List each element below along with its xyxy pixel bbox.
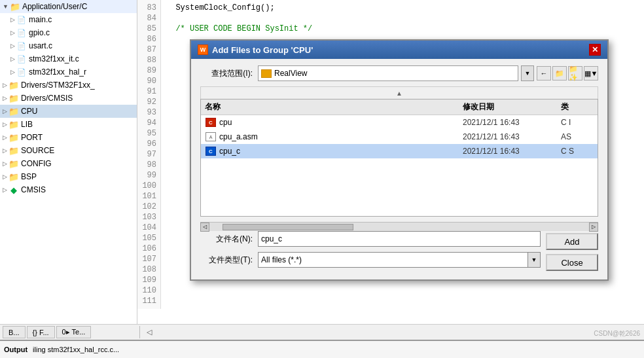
bottom-inputs: 文件名(N): 文件类型(T): ▼	[200, 231, 541, 273]
folder-icon: 📁	[9, 106, 19, 116]
sidebar-item-source[interactable]: ▷ 📁 SOURCE	[0, 144, 137, 157]
file-name-cpu-asm: cpu_a.asm	[219, 132, 463, 141]
file-date-cpu-c: 2021/12/1 16:43	[463, 147, 561, 156]
dialog-body: 查找范围(I): RealView ▼ ← 📁 📁✨ ▦▼	[191, 59, 607, 279]
expand-icon: ▷	[3, 82, 7, 88]
sidebar-item-label: CONFIG	[21, 159, 52, 168]
line-numbers: 83 84 85 86 87 88 89 90 91 92 93 94 95 9…	[137, 0, 161, 309]
expand-icon: ▷	[10, 56, 15, 62]
sidebar-item-label: CPU	[21, 107, 37, 116]
c-blue-icon: C	[206, 147, 216, 156]
sidebar-item-label: SOURCE	[21, 146, 54, 155]
expand-icon: ▷	[10, 16, 15, 23]
file-icon: 📄	[16, 14, 27, 25]
file-item-cpu-c[interactable]: C cpu_c 2021/12/1 16:43 C S	[201, 144, 598, 158]
sidebar-item-label: usart.c	[29, 41, 52, 50]
sidebar-item-bsp[interactable]: ▷ 📁 BSP	[0, 170, 137, 183]
sidebar-item-config[interactable]: ▷ 📁 CONFIG	[0, 157, 137, 170]
sidebar-item-port[interactable]: ▷ 📁 PORT	[0, 131, 137, 144]
filename-input[interactable]	[258, 231, 541, 247]
sidebar-item-label: gpio.c	[29, 28, 50, 37]
folder-icon: 📁	[10, 1, 20, 12]
expand-icon: ▷	[3, 121, 7, 128]
folder-dropdown-button[interactable]: ▼	[521, 65, 534, 81]
file-item-cpu[interactable]: C cpu 2021/12/1 16:43 C I	[201, 115, 598, 130]
file-type-cpu-c: C S	[561, 147, 594, 156]
tab-template[interactable]: 0▸ Te...	[56, 326, 92, 338]
expand-icon: ▷	[3, 187, 7, 193]
expand-icon: ▷	[3, 134, 7, 141]
sidebar-item-cmsis[interactable]: ▷ ◆ CMSIS	[0, 183, 137, 196]
search-row: 查找范围(I): RealView ▼ ← 📁 📁✨ ▦▼	[200, 65, 598, 81]
dialog-titlebar: W Add Files to Group 'CPU' ✕	[191, 41, 607, 59]
scroll-left-button[interactable]: ◁	[200, 223, 209, 232]
sidebar-item-application[interactable]: ▼ 📁 Application/User/C	[0, 0, 137, 13]
dialog-title-left: W Add Files to Group 'CPU'	[198, 45, 313, 55]
sidebar-item-label: stm32f1xx_hal_r	[29, 67, 86, 77]
filename-row: 文件名(N):	[200, 231, 541, 247]
tab-func[interactable]: {} F...	[27, 326, 55, 338]
sidebar-item-lib[interactable]: ▷ 📁 LIB	[0, 118, 137, 131]
file-type-cpu: C I	[561, 118, 594, 127]
file-icon-cpu-asm: A	[205, 132, 217, 142]
up-folder-button[interactable]: 📁	[552, 66, 567, 81]
filetype-input[interactable]	[258, 252, 528, 268]
filetype-dropdown-button[interactable]: ▼	[528, 252, 541, 268]
sidebar-item-stm32it[interactable]: ▷ 📄 stm32f1xx_it.c	[0, 52, 137, 65]
file-icon-cpu-c: C	[205, 146, 217, 156]
back-button[interactable]: ←	[537, 66, 551, 81]
scroll-up-arrow[interactable]: ▲	[396, 90, 402, 97]
file-list-header: 名称 修改日期 类	[201, 99, 598, 115]
sidebar-item-cpu[interactable]: ▷ 📁 CPU	[0, 105, 137, 118]
scroll-right-button[interactable]: ▷	[589, 223, 598, 232]
sidebar-item-gpio[interactable]: ▷ 📄 gpio.c	[0, 26, 137, 39]
new-folder-button[interactable]: 📁✨	[568, 66, 582, 81]
sidebar-item-label: stm32f1xx_it.c	[29, 54, 79, 63]
expand-icon: ▷	[10, 43, 15, 49]
expand-icon: ▷	[10, 69, 15, 75]
folder-icon: 📁	[9, 93, 19, 103]
asm-icon: A	[206, 132, 216, 141]
output-label: Output	[4, 346, 27, 353]
view-button[interactable]: ▦▼	[584, 66, 598, 81]
dialog-title: Add Files to Group 'CPU'	[212, 45, 313, 55]
tab-label: {} F...	[33, 329, 49, 336]
tab-label: 0▸ Te...	[62, 328, 86, 336]
editor-scroll-indicator: ◁	[147, 328, 152, 336]
sidebar-item-label: Drivers/CMSIS	[21, 94, 73, 103]
sidebar-item-stm32hal[interactable]: ▷ 📄 stm32f1xx_hal_r	[0, 65, 137, 79]
col-type-header: 类	[561, 101, 594, 113]
file-type-cpu-asm: AS	[561, 132, 594, 141]
sidebar-item-label: Application/User/C	[22, 2, 87, 11]
scrollbar-thumb[interactable]	[223, 224, 353, 230]
project-tree: ▼ 📁 Application/User/C ▷ 📄 main.c ▷ 📄 gp…	[0, 0, 137, 324]
folder-path-box: RealView	[258, 65, 518, 81]
sidebar-item-label: LIB	[21, 120, 33, 129]
sidebar-item-drivers-cmsis[interactable]: ▷ 📁 Drivers/CMSIS	[0, 92, 137, 105]
dialog-close-button[interactable]: ✕	[589, 44, 601, 56]
add-button[interactable]: Add	[546, 233, 598, 250]
expand-icon: ▷	[10, 29, 15, 36]
sidebar-item-label: CMSIS	[21, 185, 46, 194]
tab-label: B...	[9, 329, 20, 336]
filetype-select-row: ▼	[258, 252, 541, 268]
horizontal-scrollbar: ◁ ▷	[200, 222, 598, 231]
file-date-cpu: 2021/12/1 16:43	[463, 118, 561, 127]
expand-icon: ▷	[3, 173, 7, 180]
file-icon: 📄	[16, 27, 27, 38]
file-list[interactable]: 名称 修改日期 类 C cpu 2021/12/1 16:43 C I	[200, 99, 598, 217]
bottom-tab-bar: B... {} F... 0▸ Te... ◁	[0, 324, 644, 340]
filetype-row: 文件类型(T): ▼	[200, 252, 541, 268]
tab-build[interactable]: B...	[3, 326, 26, 338]
folder-path-text: RealView	[274, 69, 307, 78]
sidebar-item-main[interactable]: ▷ 📄 main.c	[0, 13, 137, 26]
output-text: iling stm32f1xx_hal_rcc.c...	[33, 346, 119, 353]
toolbar-buttons: ← 📁 📁✨ ▦▼	[537, 66, 598, 81]
sidebar-item-usart[interactable]: ▷ 📄 usart.c	[0, 39, 137, 52]
sidebar-item-drivers-stm32[interactable]: ▷ 📁 Drivers/STM32F1xx_	[0, 79, 137, 92]
add-files-dialog: W Add Files to Group 'CPU' ✕ 查找范围(I): Re…	[190, 39, 609, 281]
sidebar-item-label: PORT	[21, 133, 43, 142]
file-item-cpu-asm[interactable]: A cpu_a.asm 2021/12/1 16:43 AS	[201, 130, 598, 144]
folder-bar: RealView ▼ ← 📁 📁✨ ▦▼	[258, 65, 598, 81]
close-dialog-button[interactable]: Close	[546, 254, 598, 271]
